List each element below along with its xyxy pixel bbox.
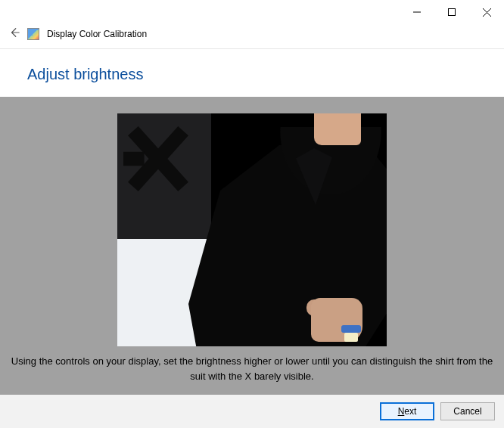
footer: Next Cancel [0, 395, 504, 428]
pen-ring [341, 325, 361, 333]
sample-image [117, 113, 387, 346]
minimize-icon [413, 8, 421, 16]
next-button[interactable]: Next [380, 402, 434, 420]
close-icon [483, 8, 491, 17]
x-mark [123, 124, 193, 194]
app-title: Display Color Calibration [47, 29, 147, 39]
maximize-icon [448, 8, 456, 16]
instruction-text: Using the controls on your display, set … [5, 346, 499, 384]
page-heading: Adjust brightness [0, 49, 504, 97]
cancel-button[interactable]: Cancel [440, 402, 495, 420]
calibration-stage: Using the controls on your display, set … [0, 97, 504, 395]
svg-rect-1 [449, 9, 456, 16]
app-icon [27, 28, 39, 40]
close-button[interactable] [469, 2, 504, 23]
pen-tip [344, 333, 358, 342]
minimize-button[interactable] [400, 2, 434, 23]
next-rest: ext [404, 406, 416, 417]
neck-shape [314, 113, 361, 145]
back-arrow-icon [9, 27, 20, 38]
maximize-button[interactable] [434, 2, 469, 23]
back-button[interactable] [9, 27, 20, 41]
